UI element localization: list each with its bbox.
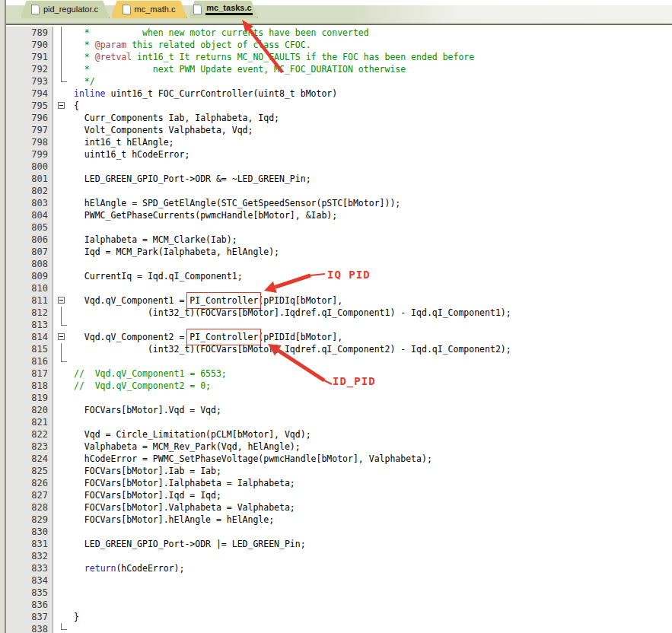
line-number[interactable]: 809 xyxy=(6,270,53,282)
line-number[interactable]: 811 xyxy=(6,294,53,307)
line-number[interactable]: 799 xyxy=(6,148,53,161)
fold-margin-box[interactable] xyxy=(53,294,74,307)
code-text: // Vqd.qV_Component1 = 6553; xyxy=(74,367,227,380)
line-number[interactable]: 795 xyxy=(6,100,53,112)
code-line: 807 Iqd = MCM_Park(Ialphabeta, hElAngle)… xyxy=(6,246,672,258)
fold-margin-vline xyxy=(53,51,74,63)
code-line: 805 xyxy=(6,221,672,234)
line-number[interactable]: 820 xyxy=(6,404,53,416)
fold-margin xyxy=(53,367,74,380)
line-number[interactable]: 815 xyxy=(6,343,53,355)
line-number[interactable]: 824 xyxy=(6,453,53,465)
line-number[interactable]: 833 xyxy=(6,562,53,574)
line-number[interactable]: 804 xyxy=(6,209,53,221)
code-line: 800 xyxy=(6,161,672,173)
line-number[interactable]: 830 xyxy=(6,526,53,538)
line-number[interactable]: 812 xyxy=(6,307,53,319)
fold-margin xyxy=(53,611,74,623)
code-line: 810 xyxy=(6,282,672,294)
code-line: 837} xyxy=(6,611,672,623)
code-line: 812 (int32_t)(FOCVars[bMotor].Iqdref.qI_… xyxy=(6,307,672,319)
fold-collapse-icon[interactable] xyxy=(58,297,65,304)
fold-margin xyxy=(53,587,74,599)
code-line: 834 xyxy=(6,574,672,587)
line-number[interactable]: 793 xyxy=(6,75,53,87)
line-number[interactable]: 814 xyxy=(6,331,53,343)
line-number[interactable]: 792 xyxy=(6,63,53,75)
line-number[interactable]: 801 xyxy=(6,173,53,185)
fold-collapse-icon[interactable] xyxy=(58,333,65,340)
line-number[interactable]: 796 xyxy=(6,112,53,124)
code-editor[interactable]: 789 * when new motor currents have been … xyxy=(6,25,672,633)
fold-margin-box[interactable] xyxy=(53,100,74,112)
tab-mc-math[interactable]: mc_math.c xyxy=(110,0,187,18)
line-number[interactable]: 794 xyxy=(6,87,53,100)
tab-pid-regulator[interactable]: pid_regulator.c xyxy=(20,0,110,18)
line-number[interactable]: 800 xyxy=(6,161,53,173)
code-text: FOCVars[bMotor].Ialphabeta = Ialphabeta; xyxy=(74,477,295,489)
code-text: hElAngle = SPD_GetElAngle(STC_GetSpeedSe… xyxy=(74,197,400,209)
code-line: 799 uint16_t hCodeError; xyxy=(6,148,672,161)
line-number[interactable]: 838 xyxy=(6,623,53,633)
line-number[interactable]: 789 xyxy=(6,27,53,39)
code-text: Valphabeta = MCM_Rev_Park(Vqd, hElAngle)… xyxy=(74,441,301,453)
line-number[interactable]: 831 xyxy=(6,538,53,550)
code-text: { xyxy=(74,100,79,112)
line-number[interactable]: 813 xyxy=(6,319,53,331)
line-number[interactable]: 808 xyxy=(6,258,53,270)
line-number[interactable]: 803 xyxy=(6,197,53,209)
line-number[interactable]: 832 xyxy=(6,550,53,562)
fold-margin xyxy=(53,550,74,562)
line-number[interactable]: 798 xyxy=(6,136,53,148)
fold-margin xyxy=(53,185,74,197)
code-text: hCodeError = PWMC_SetPhaseVoltage(pwmcHa… xyxy=(74,453,432,465)
code-text: uint16_t hCodeError; xyxy=(74,148,189,161)
line-number[interactable]: 827 xyxy=(6,489,53,501)
line-number[interactable]: 817 xyxy=(6,367,53,380)
fold-margin xyxy=(53,234,74,246)
code-line: 829 FOCVars[bMotor].hElAngle = hElAngle; xyxy=(6,514,672,526)
line-number[interactable]: 828 xyxy=(6,501,53,514)
id-pid-annotation-label: ID_PID xyxy=(333,376,376,386)
line-number[interactable]: 823 xyxy=(6,441,53,453)
fold-margin-end xyxy=(53,355,74,367)
line-number[interactable]: 807 xyxy=(6,246,53,258)
code-text: CurrentIq = Iqd.qI_Component1; xyxy=(74,270,243,282)
tab-mc-tasks-active[interactable]: mc_tasks.c xyxy=(188,0,258,18)
line-number[interactable]: 791 xyxy=(6,51,53,63)
line-number[interactable]: 802 xyxy=(6,185,53,197)
tab-label: mc_tasks.c xyxy=(205,3,252,15)
line-number[interactable]: 819 xyxy=(6,392,53,404)
line-number[interactable]: 818 xyxy=(6,380,53,392)
line-number[interactable]: 797 xyxy=(6,124,53,136)
fold-margin xyxy=(53,526,74,538)
iq-pid-annotation-label: IQ PID xyxy=(327,269,371,280)
code-line: 798 int16_t hElAngle; xyxy=(6,136,672,148)
code-text: (int32_t)(FOCVars[bMotor].Iqdref.qI_Comp… xyxy=(74,343,511,355)
line-number[interactable]: 834 xyxy=(6,574,53,587)
line-number[interactable]: 836 xyxy=(6,599,53,611)
tab-label: mc_math.c xyxy=(135,5,176,14)
line-number[interactable]: 829 xyxy=(6,514,53,526)
code-line: 819 xyxy=(6,392,672,404)
fold-margin xyxy=(53,441,74,453)
fold-margin xyxy=(53,209,74,221)
line-number[interactable]: 806 xyxy=(6,234,53,246)
tab-label: pid_regulator.c xyxy=(43,5,98,14)
fold-margin-end xyxy=(53,623,74,633)
line-number[interactable]: 822 xyxy=(6,428,53,441)
fold-margin-box[interactable] xyxy=(53,331,74,343)
fold-collapse-icon[interactable] xyxy=(58,102,65,109)
line-number[interactable]: 826 xyxy=(6,477,53,489)
line-number[interactable]: 805 xyxy=(6,221,53,234)
fold-margin-end xyxy=(53,75,74,87)
line-number[interactable]: 816 xyxy=(6,355,53,367)
line-number[interactable]: 821 xyxy=(6,416,53,428)
line-number[interactable]: 837 xyxy=(6,611,53,623)
line-number[interactable]: 825 xyxy=(6,465,53,477)
code-line: 830 xyxy=(6,526,672,538)
line-number[interactable]: 790 xyxy=(6,39,53,51)
fold-margin xyxy=(53,148,74,161)
line-number[interactable]: 835 xyxy=(6,587,53,599)
line-number[interactable]: 810 xyxy=(6,282,53,294)
